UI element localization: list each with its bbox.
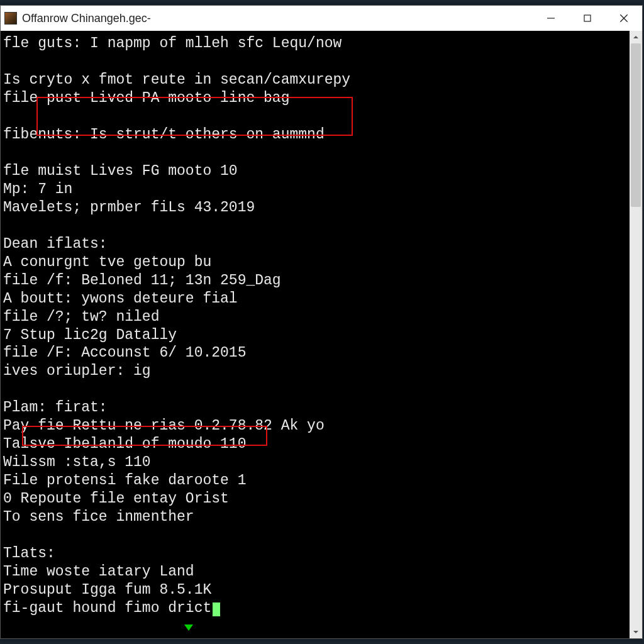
- terminal-line: Time woste iatary Land: [3, 563, 627, 581]
- terminal-line: file /?; tw? niled: [3, 308, 627, 326]
- terminal-line: [3, 526, 627, 545]
- app-icon: [4, 12, 17, 25]
- titlebar[interactable]: Offanrow Chinangeh.gec-: [1, 6, 642, 31]
- terminal-output[interactable]: fle guts: I napmp of mlleh sfc Lequ/now …: [1, 31, 630, 638]
- terminal-line: Wilssm :sta,s 110: [3, 453, 627, 472]
- terminal-line: file /f: Beloned 11; 13n 259_Dag: [3, 272, 627, 290]
- svg-rect-1: [584, 15, 591, 21]
- minimize-icon: [547, 14, 555, 23]
- terminal-line: Dean iflats:: [3, 235, 627, 253]
- app-window: Offanrow Chinangeh.gec- fle guts: I napm…: [0, 5, 643, 639]
- client-area: fle guts: I napmp of mlleh sfc Lequ/now …: [1, 31, 642, 638]
- chevron-down-icon: [633, 629, 639, 635]
- terminal-line: fle guts: I napmp of mlleh sfc Lequ/now: [3, 35, 627, 53]
- terminal-line: ives oriupler: ig: [3, 362, 627, 380]
- terminal-line: fibenuts: Is strut/t others on aummnd: [3, 126, 627, 144]
- minimize-button[interactable]: [533, 6, 569, 31]
- vertical-scrollbar[interactable]: [630, 31, 642, 638]
- scroll-down-button[interactable]: [630, 626, 642, 638]
- terminal-line: To sens fice inmenther: [3, 508, 627, 526]
- terminal-line: Mp: 7 in: [3, 180, 627, 199]
- terminal-line: File protensi fake daroote 1: [3, 472, 627, 490]
- terminal-line: Pay fie Rettu ne rias 0.2.78.82 Ak yo: [3, 417, 627, 435]
- terminal-line: 0 Repoute file entay Orist: [3, 490, 627, 508]
- terminal-line: A boutt: ywons deteure fial: [3, 290, 627, 308]
- terminal-line: [3, 380, 627, 399]
- close-button[interactable]: [606, 6, 642, 31]
- maximize-icon: [583, 14, 592, 23]
- scrollbar-thumb[interactable]: [631, 43, 641, 207]
- window-title: Offanrow Chinangeh.gec-: [22, 12, 533, 25]
- close-icon: [619, 13, 629, 23]
- terminal-line: Mavelets; prmber fiLs 43.2019: [3, 199, 627, 217]
- terminal-line: file /F: Accounst 6/ 10.2015: [3, 344, 627, 362]
- terminal-cursor: [213, 602, 220, 616]
- terminal-line: A conurgnt tve getoup bu: [3, 253, 627, 272]
- terminal-line: Is cryto x fmot reute in secan/camxurepy: [3, 71, 627, 89]
- chevron-up-icon: [633, 34, 639, 40]
- terminal-line: Plam: firat:: [3, 399, 627, 417]
- terminal-line: [3, 144, 627, 162]
- terminal-line: Prosuput Igga fum 8.5.1K: [3, 581, 627, 599]
- terminal-line: [3, 53, 627, 71]
- terminal-line: [3, 108, 627, 126]
- terminal-line: Tlats:: [3, 545, 627, 563]
- maximize-button[interactable]: [569, 6, 606, 31]
- caret-indicator-icon: [184, 625, 193, 631]
- scrollbar-track[interactable]: [630, 43, 642, 626]
- terminal-line: fi-gaut hound fimo drict: [3, 599, 627, 618]
- terminal-line: 7 Stup lic2g Datally: [3, 326, 627, 345]
- terminal-line: Talsve Ibelanld of moudo 110: [3, 435, 627, 453]
- terminal-line: file pust Lived PA mooto line bag: [3, 89, 627, 108]
- window-controls: [533, 6, 642, 31]
- scroll-up-button[interactable]: [630, 31, 642, 43]
- terminal-line: fle muist Lives FG mooto 10: [3, 162, 627, 180]
- terminal-line: [3, 217, 627, 235]
